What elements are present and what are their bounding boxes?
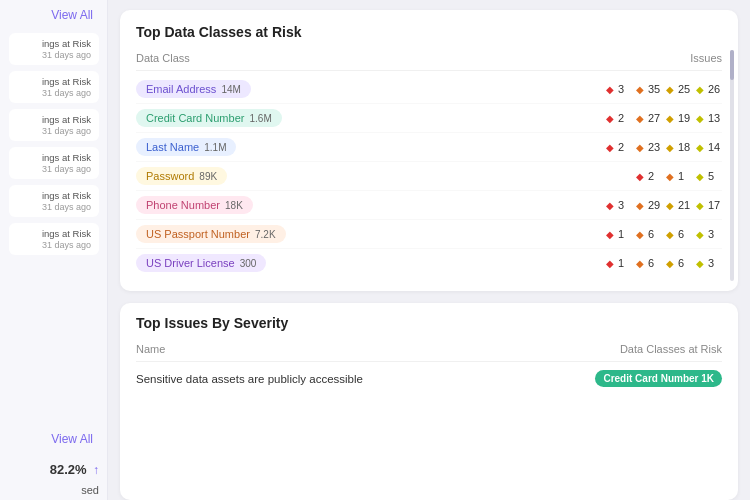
orange-diamond-icon: ◆ <box>636 229 644 240</box>
issues-row: ◆2◆23◆18◆14 <box>606 141 722 153</box>
issues-rows: Sensitive data assets are publicly acces… <box>136 362 722 395</box>
sidebar-item-5[interactable]: ings at Risk 31 days ago <box>9 223 99 255</box>
sidebar-item-date: 31 days ago <box>17 88 91 98</box>
sidebar-item-3[interactable]: ings at Risk 31 days ago <box>9 147 99 179</box>
badge-count: 7.2K <box>255 229 276 240</box>
sidebar-items: ings at Risk 31 days ago ings at Risk 31… <box>0 30 107 258</box>
orange-count: 29 <box>648 199 662 211</box>
red-count: 2 <box>618 112 632 124</box>
issues-row: ◆2◆1◆5 <box>636 170 722 182</box>
table-row[interactable]: Password 89K ◆2◆1◆5 <box>136 162 722 191</box>
red-diamond-icon: ◆ <box>606 258 614 269</box>
sidebar-item-label: ings at Risk <box>17 114 91 125</box>
red-count: 3 <box>618 83 632 95</box>
red-diamond-icon: ◆ <box>606 142 614 153</box>
sidebar-stats: 82.2% ↑ <box>0 454 107 484</box>
sidebar-item-2[interactable]: ings at Risk 31 days ago <box>9 109 99 141</box>
red-count: 2 <box>618 141 632 153</box>
issues-row: ◆1◆6◆6◆3 <box>606 228 722 240</box>
yellow-count: 18 <box>678 141 692 153</box>
gold-diamond-icon: ◆ <box>696 113 704 124</box>
gold-diamond-icon: ◆ <box>696 258 704 269</box>
sort-icon: ↑ <box>93 463 99 477</box>
table-row[interactable]: Phone Number 18K ◆3◆29◆21◆17 <box>136 191 722 220</box>
sidebar-view-all-top[interactable]: View All <box>0 0 107 30</box>
table-row[interactable]: Last Name 1.1M ◆2◆23◆18◆14 <box>136 133 722 162</box>
red-count: 2 <box>648 170 662 182</box>
gold-count: 13 <box>708 112 722 124</box>
red-diamond-icon: ◆ <box>606 200 614 211</box>
yellow-diamond-icon: ◆ <box>666 113 674 124</box>
sidebar-item-4[interactable]: ings at Risk 31 days ago <box>9 185 99 217</box>
orange-diamond-icon: ◆ <box>636 258 644 269</box>
col-name-header: Name <box>136 343 165 355</box>
yellow-count: 6 <box>678 228 692 240</box>
red-count: 1 <box>618 257 632 269</box>
table-header: Data Class Issues <box>136 52 722 71</box>
orange-diamond-icon: ◆ <box>636 113 644 124</box>
table-row[interactable]: Email Address 14M ◆3◆35◆25◆26 <box>136 75 722 104</box>
sidebar-item-label: ings at Risk <box>17 38 91 49</box>
yellow-count: 25 <box>678 83 692 95</box>
col-dc-risk-header: Data Classes at Risk <box>620 343 722 355</box>
orange-count: 23 <box>648 141 662 153</box>
sidebar-item-label: ings at Risk <box>17 152 91 163</box>
gold-diamond-icon: ◆ <box>696 171 704 182</box>
orange-count: 1 <box>678 170 692 182</box>
yellow-diamond-icon: ◆ <box>666 229 674 240</box>
orange-count: 35 <box>648 83 662 95</box>
sidebar-view-all-bottom[interactable]: View All <box>0 424 107 454</box>
red-diamond-icon: ◆ <box>606 84 614 95</box>
table-row[interactable]: Credit Card Number 1.6M ◆2◆27◆19◆13 <box>136 104 722 133</box>
sidebar-item-1[interactable]: ings at Risk 31 days ago <box>9 71 99 103</box>
gold-count: 14 <box>708 141 722 153</box>
sidebar-item-date: 31 days ago <box>17 50 91 60</box>
red-diamond-icon: ◆ <box>606 113 614 124</box>
badge-count: 18K <box>225 200 243 211</box>
badge-count: 1.1M <box>204 142 226 153</box>
sidebar-item-label: ings at Risk <box>17 76 91 87</box>
top-data-classes-title: Top Data Classes at Risk <box>136 24 722 40</box>
table-row[interactable]: US Passport Number 7.2K ◆1◆6◆6◆3 <box>136 220 722 249</box>
yellow-diamond-icon: ◆ <box>666 200 674 211</box>
issues-row: ◆3◆29◆21◆17 <box>606 199 722 211</box>
badge-count: 1.6M <box>249 113 271 124</box>
gold-count: 26 <box>708 83 722 95</box>
orange-count: 27 <box>648 112 662 124</box>
top-data-classes-card: Top Data Classes at Risk Data Class Issu… <box>120 10 738 291</box>
red-diamond-icon: ◆ <box>636 171 644 182</box>
sidebar-item-0[interactable]: ings at Risk 31 days ago <box>9 33 99 65</box>
gold-diamond-icon: ◆ <box>696 200 704 211</box>
data-class-badge: Credit Card Number 1.6M <box>136 109 282 127</box>
issue-badge: Credit Card Number 1K <box>595 370 722 387</box>
card-scrollbar[interactable] <box>730 50 734 281</box>
sidebar-bottom-label: sed <box>0 484 107 500</box>
sidebar-item-date: 31 days ago <box>17 202 91 212</box>
gold-count: 3 <box>708 228 722 240</box>
issues-table-row[interactable]: Sensitive data assets are publicly acces… <box>136 362 722 395</box>
orange-diamond-icon: ◆ <box>636 200 644 211</box>
data-class-badge: Email Address 14M <box>136 80 251 98</box>
table-row[interactable]: US Driver License 300 ◆1◆6◆6◆3 <box>136 249 722 277</box>
sidebar-bottom: View All 82.2% ↑ sed <box>0 424 107 500</box>
orange-diamond-icon: ◆ <box>636 142 644 153</box>
sidebar-item-label: ings at Risk <box>17 190 91 201</box>
sidebar-item-date: 31 days ago <box>17 126 91 136</box>
gold-diamond-icon: ◆ <box>696 142 704 153</box>
sidebar: View All ings at Risk 31 days ago ings a… <box>0 0 108 500</box>
top-issues-title: Top Issues By Severity <box>136 315 722 331</box>
issues-row: ◆2◆27◆19◆13 <box>606 112 722 124</box>
yellow-diamond-icon: ◆ <box>666 84 674 95</box>
col-data-class-header: Data Class <box>136 52 690 64</box>
red-count: 1 <box>618 228 632 240</box>
badge-count: 89K <box>199 171 217 182</box>
sidebar-item-label: ings at Risk <box>17 228 91 239</box>
orange-diamond-icon: ◆ <box>636 84 644 95</box>
badge-count: 14M <box>221 84 240 95</box>
card-scrollbar-thumb <box>730 50 734 80</box>
yellow-count: 6 <box>678 257 692 269</box>
orange-count: 6 <box>648 257 662 269</box>
top-issues-card: Top Issues By Severity Name Data Classes… <box>120 303 738 500</box>
red-diamond-icon: ◆ <box>606 229 614 240</box>
stat-value: 82.2% <box>50 462 87 477</box>
